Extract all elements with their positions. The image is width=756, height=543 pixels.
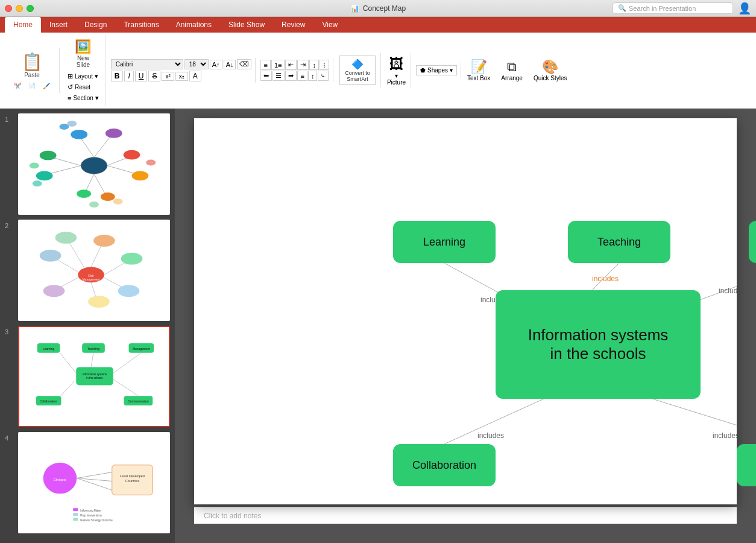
label-includes-teaching: includes — [592, 275, 619, 283]
svg-line-78 — [592, 263, 619, 290]
justify-button[interactable]: ≡ — [297, 71, 307, 81]
slide-3-preview[interactable]: Information systems in the schools Learn… — [18, 326, 170, 427]
layout-button[interactable]: ⊞ Layout ▾ — [65, 71, 102, 81]
decrease-indent-button[interactable]: ⇤ — [285, 60, 297, 70]
shapes-button[interactable]: ⬟ Shapes ▾ — [416, 65, 457, 75]
svg-text:Influencing Maker: Influencing Maker — [80, 509, 102, 512]
slide-4-thumb: 4 Ethiopia Least Developed Countries — [5, 432, 170, 533]
svg-line-80 — [444, 399, 544, 444]
svg-text:Learning: Learning — [43, 348, 55, 351]
tab-view[interactable]: View — [313, 17, 346, 33]
strikethrough-button[interactable]: S — [148, 71, 160, 81]
arrange-button[interactable]: ⧉ Arrange — [501, 59, 523, 81]
user-icon[interactable]: 👤 — [738, 2, 751, 15]
font-size-select[interactable]: 18 — [184, 59, 209, 69]
slide-2-thumb: 2 Risk Management — [5, 220, 170, 321]
slide-1-thumb: 1 — [5, 113, 170, 215]
shapes-dropdown-icon: ▾ — [450, 67, 453, 74]
slide-canvas[interactable]: includes includes includes includes incl… — [194, 118, 737, 504]
superscript-button[interactable]: x² — [162, 72, 174, 81]
section-button[interactable]: ≡ Section ▾ — [65, 93, 102, 103]
align-right-button[interactable]: ➡ — [285, 71, 297, 81]
paste-button[interactable]: 📋 Paste — [18, 50, 46, 80]
quick-styles-button[interactable]: 🎨 Quick Styles — [534, 59, 567, 81]
new-slide-icon: 🖼️ — [75, 39, 91, 55]
svg-point-41 — [40, 250, 61, 262]
svg-point-11 — [106, 129, 122, 138]
bold-button[interactable]: B — [111, 71, 124, 81]
format-painter-button[interactable]: 🖌️ — [40, 81, 53, 91]
svg-rect-71 — [73, 508, 78, 511]
new-slide-group: 🖼️ New Slide ⊞ Layout ▾ ↺ Reset ≡ Sectio… — [61, 35, 106, 106]
slide-3-num: 3 — [5, 328, 14, 335]
tab-review[interactable]: Review — [273, 17, 313, 33]
columns-button[interactable]: ⫶ — [320, 60, 329, 70]
node-collaboration[interactable]: Collaboration — [393, 444, 496, 486]
node-management[interactable]: Management — [749, 221, 756, 263]
copy-button[interactable]: 📄 — [25, 81, 39, 91]
italic-button[interactable]: I — [124, 71, 133, 81]
node-teaching[interactable]: Teaching — [568, 221, 670, 263]
subscript-button[interactable]: x₂ — [175, 72, 188, 81]
svg-text:Management: Management — [133, 348, 151, 351]
textbox-button[interactable]: 📝 Text Box — [467, 59, 490, 81]
slide-2-preview[interactable]: Risk Management — [18, 220, 170, 321]
convert-smartart-button[interactable]: 🔷 Convert to SmartArt — [339, 56, 376, 85]
node-communication[interactable]: Communication — [737, 444, 756, 486]
reset-icon: ↺ — [68, 83, 73, 91]
tab-design[interactable]: Design — [76, 17, 115, 33]
close-button[interactable] — [5, 5, 12, 12]
tab-insert[interactable]: Insert — [41, 17, 76, 33]
tab-slideshow[interactable]: Slide Show — [220, 17, 273, 33]
new-slide-button[interactable]: 🖼️ New Slide — [71, 37, 95, 70]
decrease-font-button[interactable]: A↓ — [224, 60, 236, 69]
node-center[interactable]: Information systems in the schools — [496, 290, 701, 399]
minimize-button[interactable] — [16, 5, 23, 12]
align-left-button[interactable]: ⬅ — [260, 71, 272, 81]
slide-3-svg: Information systems in the schools Learn… — [19, 327, 169, 426]
svg-point-14 — [40, 151, 57, 160]
svg-point-38 — [118, 285, 140, 297]
smart-art-convert[interactable]: ⤷ — [318, 71, 329, 81]
tab-home[interactable]: Home — [5, 17, 41, 33]
shapes-group: ⬟ Shapes ▾ — [412, 63, 461, 78]
reset-button[interactable]: ↺ Reset — [65, 82, 102, 92]
search-bar[interactable]: 🔍 Search in Presentation — [613, 2, 733, 14]
font-name-select[interactable]: Calibri — [111, 59, 183, 69]
underline-button[interactable]: U — [135, 71, 148, 81]
picture-button[interactable]: 🖼 ▾ Picture — [387, 56, 406, 86]
maximize-button[interactable] — [27, 5, 34, 12]
paste-label: Paste — [24, 72, 40, 78]
title-bar-right: 🔍 Search in Presentation 👤 — [613, 2, 751, 15]
slide-2-svg: Risk Management — [19, 221, 169, 320]
arrange-icon: ⧉ — [507, 59, 517, 75]
svg-text:Management: Management — [83, 278, 101, 281]
svg-text:Ethiopia: Ethiopia — [54, 478, 67, 481]
line-spacing-button[interactable]: ↕ — [309, 60, 319, 70]
tab-transitions[interactable]: Transitions — [115, 17, 167, 33]
numbered-list-button[interactable]: 1≡ — [271, 60, 285, 70]
cut-button[interactable]: ✂️ — [11, 81, 24, 91]
increase-indent-button[interactable]: ⇥ — [297, 60, 309, 70]
text-direction-button[interactable]: ↕ — [308, 71, 318, 81]
slide-1-preview[interactable] — [18, 113, 170, 215]
svg-text:Prop interventions: Prop interventions — [80, 514, 102, 517]
paste-icon: 📋 — [22, 52, 43, 72]
label-includes-management: includes — [719, 287, 737, 295]
align-center-button[interactable]: ☰ — [272, 71, 285, 81]
node-learning[interactable]: Learning — [393, 221, 496, 263]
svg-point-37 — [121, 253, 143, 265]
tab-animations[interactable]: Animations — [168, 17, 220, 33]
clear-format-button[interactable]: ⌫ — [237, 59, 251, 69]
slide-4-preview[interactable]: Ethiopia Least Developed Countries Influ… — [18, 432, 170, 533]
notes-text-area[interactable]: Click to add notes — [194, 507, 737, 524]
slide-3-thumb: 3 Information systems in the schools Lea… — [5, 326, 170, 427]
app-icon: 📊 — [350, 4, 359, 13]
ribbon: Home Insert Design Transitions Animation… — [0, 17, 756, 109]
font-style-row: B I U S x² x₂ A — [111, 71, 252, 81]
font-color-button[interactable]: A — [189, 71, 201, 81]
bullets-button[interactable]: ≡ — [260, 60, 270, 70]
font-name-row: Calibri 18 A↑ A↓ ⌫ — [111, 59, 252, 69]
ribbon-content: 📋 Paste ✂️ 📄 🖌️ 🖼️ New Slide ⊞ Layout ▾ — [0, 33, 756, 109]
increase-font-button[interactable]: A↑ — [210, 60, 222, 69]
